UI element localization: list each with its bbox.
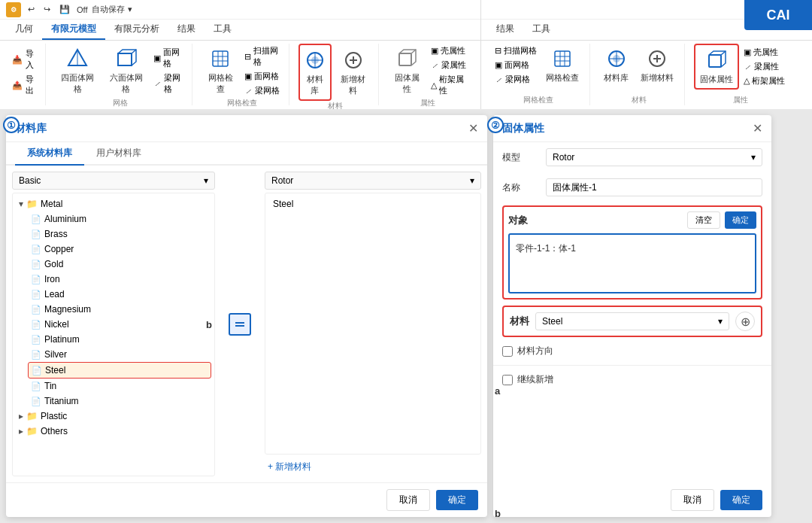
- rotor-items: Steel: [265, 193, 481, 455]
- save-icon[interactable]: 💾: [57, 4, 72, 15]
- others-folder[interactable]: ▸ 📁 Others: [16, 424, 211, 439]
- tin-label: Tin: [44, 381, 56, 391]
- rotor-dropdown[interactable]: Rotor ▾: [265, 172, 481, 190]
- beam-mesh2-btn[interactable]: ⟋ 梁网格: [243, 84, 283, 97]
- export-btn[interactable]: 📤 导出: [12, 74, 39, 96]
- beam-mesh-right-btn[interactable]: ⟋ 梁网格: [493, 73, 538, 86]
- model-select[interactable]: Rotor ▾: [546, 148, 762, 166]
- autosave-label: 自动保存 ▾: [92, 4, 132, 15]
- face-mesh2-btn[interactable]: ▣ 面网格: [243, 70, 283, 83]
- tab-results[interactable]: 结果: [168, 19, 205, 40]
- silver-item[interactable]: 📄 Silver: [28, 347, 211, 362]
- new-material-right-btn[interactable]: 新增材料: [636, 44, 678, 87]
- continue-add-checkbox[interactable]: [502, 375, 513, 385]
- steel-item[interactable]: 📄 Steel: [28, 362, 211, 379]
- system-material-tab[interactable]: 系统材料库: [15, 142, 84, 166]
- lead-item[interactable]: 📄 Lead: [28, 287, 211, 302]
- beam-mesh-btn[interactable]: ⟋ 梁网格: [152, 71, 186, 96]
- toolbar-tabs: 几何 有限元模型 有限元分析 结果 工具: [0, 20, 480, 41]
- undo-btn[interactable]: ↩: [26, 4, 37, 15]
- tab-geometry[interactable]: 几何: [6, 19, 42, 40]
- mesh-check-right-btn[interactable]: 网格检查: [541, 44, 583, 87]
- solid-props-right-label: 固体属性: [700, 74, 733, 85]
- platinum-item[interactable]: 📄 Platinum: [28, 332, 211, 347]
- scan-mesh-right-btn[interactable]: ⊟ 扫描网格: [493, 44, 538, 57]
- nickel-item[interactable]: 📄 Nickel: [28, 317, 211, 332]
- import-export-btns: 📥 导入 📤 导出: [12, 44, 39, 101]
- brass-item[interactable]: 📄 Brass: [28, 227, 211, 242]
- import-btn[interactable]: 📥 导入: [12, 48, 39, 71]
- tab-fem-model[interactable]: 有限元模型: [42, 19, 105, 40]
- metal-folder[interactable]: ▾ 📁 Metal: [16, 196, 211, 211]
- new-material-right-icon: [645, 47, 669, 71]
- object-header: 对象 清空 确定: [508, 211, 756, 229]
- svg-rect-5: [213, 51, 228, 66]
- solid-panel-close[interactable]: ✕: [753, 121, 762, 135]
- plastic-folder[interactable]: ▸ 📁 Plastic: [16, 409, 211, 424]
- material-lib-btn[interactable]: 材料库: [298, 44, 332, 101]
- material-cancel-btn[interactable]: 取消: [386, 489, 430, 511]
- material-library-close[interactable]: ✕: [468, 121, 478, 135]
- truss-props-right-btn[interactable]: △ 桁架属性: [742, 74, 786, 87]
- category-dropdown[interactable]: Basic ▾: [12, 172, 215, 190]
- object-clear-btn[interactable]: 清空: [687, 211, 720, 229]
- new-material-btn[interactable]: 新增材料: [335, 45, 372, 99]
- tab-fem-analysis[interactable]: 有限元分析: [105, 19, 168, 40]
- shell-props-right-btn[interactable]: ▣ 壳属性: [742, 46, 786, 59]
- toolbar-area: ⚙ ↩ ↪ 💾 Off 自动保存 ▾ 几何 有限元模型 有限元分析 结果 工具 …: [0, 0, 812, 109]
- aluminium-item[interactable]: 📄 Aluminium: [28, 211, 211, 227]
- model-chevron: ▾: [751, 152, 756, 163]
- titanium-item[interactable]: 📄 Titanium: [28, 394, 211, 409]
- material-confirm-btn[interactable]: 确定: [436, 490, 478, 510]
- cai-label: CAI: [767, 8, 790, 23]
- material-direction-checkbox[interactable]: [502, 346, 513, 357]
- material-buttons: 材料库 新增材料: [298, 44, 372, 101]
- gold-item[interactable]: 📄 Gold: [28, 257, 211, 272]
- beam-props-right-btn[interactable]: ⟋ 梁属性: [742, 60, 786, 73]
- material-select[interactable]: Steel ▾: [535, 312, 729, 330]
- cai-box: CAI: [744, 0, 812, 30]
- tet-mesh-btn[interactable]: 四面体网格: [55, 44, 100, 98]
- face-mesh-right-btn[interactable]: ▣ 面网格: [493, 59, 538, 71]
- material-lib-right-btn[interactable]: 材料库: [599, 44, 633, 87]
- face-mesh-btn[interactable]: ▣ 面网格: [152, 46, 186, 70]
- redo-btn[interactable]: ↪: [41, 4, 53, 15]
- beam-mesh2-label: 梁网格: [255, 85, 280, 96]
- copper-item[interactable]: 📄 Copper: [28, 242, 211, 257]
- toolbar-top-bar: ⚙ ↩ ↪ 💾 Off 自动保存 ▾: [0, 0, 480, 20]
- hex-mesh-btn[interactable]: 六面体网格: [103, 44, 148, 98]
- mesh-check-btn[interactable]: 网格检查: [201, 44, 240, 98]
- scan-mesh-btn[interactable]: ⊟ 扫描网格: [243, 44, 283, 68]
- add-material-btn[interactable]: + 新增材料: [265, 458, 481, 476]
- solid-props-btn[interactable]: 固体属性: [388, 44, 426, 98]
- shell-props-right-label: 壳属性: [753, 47, 778, 58]
- tab-tools-right[interactable]: 工具: [523, 19, 559, 40]
- props-group: 固体属性 ▣ 壳属性 ⟋ 梁属性 △ 桁架属性: [382, 44, 474, 105]
- transfer-btn[interactable]: [229, 313, 251, 336]
- solid-props-right-btn[interactable]: 固体属性: [694, 44, 739, 90]
- solid-panel-header: 固体属性 ✕: [493, 115, 771, 142]
- tin-item[interactable]: 📄 Tin: [28, 379, 211, 394]
- beam-props-btn[interactable]: ⟋ 梁属性: [429, 59, 468, 71]
- solid-confirm-btn[interactable]: 确定: [720, 490, 762, 510]
- beam-mesh2-icon: ⟋: [244, 87, 253, 96]
- truss-props-btn[interactable]: △ 桁架属性: [429, 73, 468, 97]
- truss-props-right-icon: △: [744, 76, 750, 86]
- solid-cancel-btn[interactable]: 取消: [671, 489, 714, 511]
- tab-tools[interactable]: 工具: [205, 19, 241, 40]
- object-ok-btn[interactable]: 确定: [725, 211, 756, 229]
- autosave-toggle[interactable]: Off: [77, 5, 87, 14]
- shell-props-btn[interactable]: ▣ 壳属性: [429, 44, 468, 57]
- magnesium-item[interactable]: 📄 Magnesium: [28, 302, 211, 317]
- rotor-steel-item[interactable]: Steel: [268, 196, 477, 211]
- face-mesh-label: 面网格: [163, 47, 184, 69]
- object-section: 对象 清空 确定 零件-1-1：体-1: [502, 205, 762, 300]
- material-add-btn[interactable]: ⊕: [735, 312, 755, 331]
- name-input[interactable]: [546, 178, 762, 196]
- iron-item[interactable]: 📄 Iron: [28, 272, 211, 287]
- user-material-tab[interactable]: 用户材料库: [84, 142, 153, 166]
- library-right: Rotor ▾ Steel + 新增材料: [265, 172, 481, 476]
- material-right-btns: 材料库 新增材料: [599, 44, 678, 87]
- tab-results-right[interactable]: 结果: [487, 19, 523, 40]
- continue-add-row: 继续新增: [493, 369, 771, 391]
